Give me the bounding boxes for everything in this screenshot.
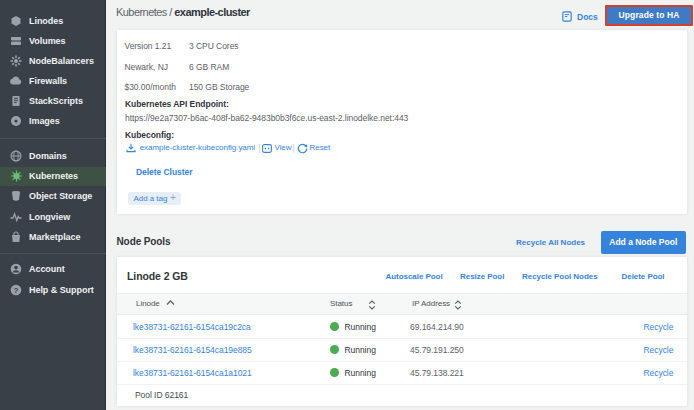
svg-text:?: ?: [14, 286, 19, 295]
